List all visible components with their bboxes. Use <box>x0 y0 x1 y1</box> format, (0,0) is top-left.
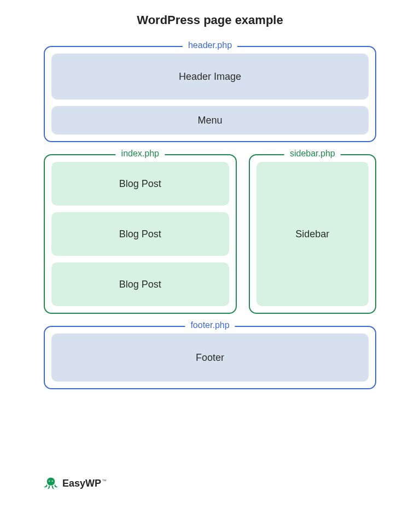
header-section: header.php Header Image Menu <box>44 46 376 142</box>
sidebar-text: Sidebar <box>295 229 329 240</box>
footer-file-label: footer.php <box>185 320 235 330</box>
sidebar-file-label: sidebar.php <box>284 149 341 159</box>
svg-point-4 <box>52 481 52 481</box>
trademark-symbol: ™ <box>102 478 107 484</box>
header-image-block: Header Image <box>51 54 369 100</box>
page-title: WordPress page example <box>44 13 376 27</box>
menu-block: Menu <box>51 106 369 134</box>
menu-text: Menu <box>197 115 222 126</box>
blog-post-block: Blog Post <box>51 162 229 206</box>
footer-section: footer.php Footer <box>44 326 376 389</box>
octopus-icon <box>44 476 58 490</box>
sidebar-section: sidebar.php Sidebar <box>249 154 376 314</box>
blog-post-block: Blog Post <box>51 262 229 306</box>
footer-block: Footer <box>51 334 369 382</box>
index-section: index.php Blog Post Blog Post Blog Post <box>44 154 237 314</box>
brand-name: EasyWP™ <box>62 478 107 489</box>
sidebar-block: Sidebar <box>256 162 369 306</box>
brand-logo: EasyWP™ <box>44 476 107 490</box>
header-image-text: Header Image <box>179 71 241 83</box>
blog-post-text: Blog Post <box>119 178 161 190</box>
blog-post-text: Blog Post <box>119 229 161 240</box>
blog-post-block: Blog Post <box>51 212 229 256</box>
footer-text: Footer <box>196 352 224 364</box>
svg-point-0 <box>47 477 55 485</box>
svg-point-3 <box>49 481 50 481</box>
header-file-label: header.php <box>183 40 237 50</box>
index-file-label: index.php <box>116 149 165 159</box>
blog-post-text: Blog Post <box>119 279 161 290</box>
